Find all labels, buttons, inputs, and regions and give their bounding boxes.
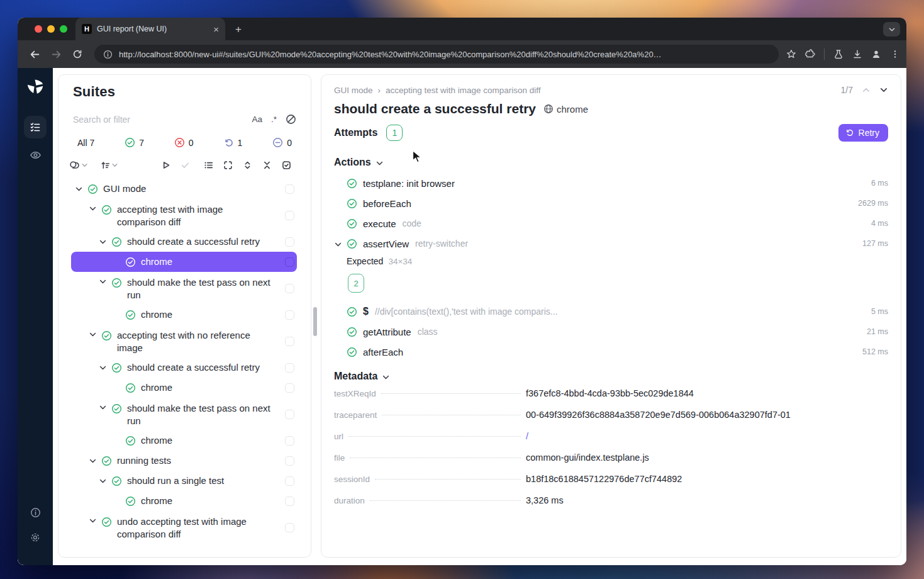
row-checkbox[interactable] — [285, 257, 294, 267]
row-checkbox[interactable] — [285, 284, 294, 293]
menu-dots-icon[interactable] — [890, 49, 900, 59]
action-row[interactable]: $//div[contains(text(),'test with image … — [334, 301, 888, 322]
profile-icon[interactable] — [871, 49, 881, 59]
sidebar-info-button[interactable] — [24, 501, 47, 524]
filter-skipped[interactable]: 0 — [272, 137, 292, 148]
chevron-down-icon[interactable] — [89, 517, 97, 525]
row-checkbox[interactable] — [285, 363, 294, 373]
chevron-down-icon[interactable] — [89, 330, 97, 339]
filter-all[interactable]: All 7 — [77, 138, 94, 148]
action-row[interactable]: beforeEach2629 ms — [334, 193, 888, 213]
row-checkbox[interactable] — [285, 337, 294, 346]
row-checkbox[interactable] — [285, 211, 294, 220]
row-checkbox[interactable] — [285, 436, 294, 446]
chevron-down-icon[interactable] — [99, 278, 107, 286]
row-checkbox[interactable] — [285, 476, 294, 486]
reload-button[interactable] — [69, 45, 86, 63]
chevron-down-icon[interactable] — [99, 364, 107, 372]
forward-button[interactable] — [47, 45, 65, 63]
action-row[interactable]: executecode4 ms — [334, 213, 888, 233]
tree-row[interactable]: should make the test pass on next run — [71, 398, 297, 430]
focus-selection-button[interactable] — [222, 159, 234, 171]
extensions-icon[interactable] — [805, 49, 815, 59]
row-checkbox[interactable] — [285, 497, 294, 506]
tree-row[interactable]: accepting test with no reference image — [71, 325, 297, 357]
maximize-window-button[interactable] — [60, 25, 67, 33]
metadata-collapse-icon[interactable] — [382, 373, 390, 381]
filter-failed[interactable]: 0 — [174, 137, 194, 148]
row-checkbox[interactable] — [285, 410, 294, 419]
sort-button[interactable] — [99, 159, 120, 171]
group-by-button[interactable] — [68, 159, 89, 171]
chevron-down-icon[interactable] — [334, 239, 347, 249]
row-checkbox[interactable] — [285, 523, 294, 532]
chevron-down-icon[interactable] — [99, 238, 107, 246]
row-checkbox[interactable] — [285, 310, 294, 320]
row-checkbox[interactable] — [285, 184, 294, 194]
action-name: beforeEach — [363, 198, 411, 209]
tab-close-icon[interactable]: × — [213, 25, 219, 34]
chevron-down-icon[interactable] — [89, 205, 97, 213]
chevron-down-icon[interactable] — [99, 477, 107, 485]
bookmark-star-icon[interactable] — [786, 49, 796, 59]
expected-screenshot[interactable]: 2 — [348, 274, 364, 293]
sidebar-item-suites[interactable] — [24, 116, 47, 138]
regex-toggle[interactable]: .* — [271, 115, 277, 124]
next-test-button[interactable] — [879, 86, 888, 94]
tree-row[interactable]: should create a successful retry — [71, 357, 297, 378]
tree-row[interactable]: GUI mode — [71, 179, 297, 199]
filter-passed[interactable]: 7 — [125, 137, 144, 148]
sidebar-settings-button[interactable] — [24, 526, 47, 549]
address-bar[interactable]: http://localhost:8000/new-ui#/suites/GUI… — [94, 45, 779, 64]
select-all-button[interactable] — [281, 159, 292, 171]
tree-row[interactable]: chrome — [71, 378, 297, 398]
actions-collapse-icon[interactable] — [376, 159, 384, 167]
minimize-window-button[interactable] — [47, 25, 55, 33]
search-input[interactable] — [73, 115, 252, 125]
prev-test-button[interactable] — [862, 86, 871, 94]
new-tab-button[interactable]: + — [231, 23, 245, 37]
suites-scrollbar-thumb[interactable] — [313, 307, 317, 336]
tree-row[interactable]: chrome — [71, 491, 297, 511]
run-tests-button[interactable] — [160, 159, 172, 171]
breadcrumb-child[interactable]: accepting test with image comparison dif… — [386, 86, 541, 95]
retry-button[interactable]: Retry — [838, 124, 888, 142]
row-checkbox[interactable] — [285, 456, 294, 466]
breadcrumb-parent[interactable]: GUI mode — [334, 86, 373, 95]
tree-row[interactable]: chrome — [71, 305, 297, 325]
metadata-url-link[interactable]: / — [526, 431, 888, 441]
accept-all-button[interactable] — [179, 159, 191, 171]
tree-row[interactable]: chrome — [71, 430, 297, 451]
tree-row[interactable]: undo accepting test with image compariso… — [71, 511, 297, 544]
chevron-down-icon[interactable] — [75, 185, 83, 193]
tree-row[interactable]: running tests — [71, 451, 297, 471]
tree-row-selected[interactable]: chrome — [71, 252, 297, 272]
site-info-icon[interactable] — [103, 50, 113, 59]
chevron-down-icon[interactable] — [89, 457, 97, 465]
downloads-icon[interactable] — [852, 49, 862, 59]
row-checkbox[interactable] — [285, 383, 294, 393]
tree-row[interactable]: should create a successful retry — [71, 232, 297, 252]
chevron-down-icon[interactable] — [99, 403, 107, 412]
row-checkbox[interactable] — [285, 237, 294, 247]
tree-row[interactable]: should run a single test — [71, 471, 297, 491]
action-row[interactable]: testplane: init browser6 ms — [334, 173, 888, 193]
tree-row[interactable]: accepting test with image comparison dif… — [71, 199, 297, 232]
expand-all-button[interactable] — [242, 159, 253, 171]
view-mode-button[interactable] — [203, 159, 214, 171]
action-row[interactable]: getAttributeclass21 ms — [334, 322, 888, 342]
sidebar-item-visual-checks[interactable] — [24, 143, 47, 166]
tree-row[interactable]: should make the test pass on next run — [71, 272, 297, 305]
collapse-all-button[interactable] — [261, 159, 273, 171]
attempt-badge[interactable]: 1 — [386, 125, 403, 141]
strict-match-toggle-icon[interactable] — [286, 114, 296, 125]
action-row[interactable]: afterEach512 ms — [334, 342, 888, 362]
tab-search-button[interactable] — [883, 22, 900, 37]
back-button[interactable] — [26, 45, 43, 63]
browser-tab[interactable]: H GUI report (New UI) × — [75, 18, 225, 40]
match-case-toggle[interactable]: Aa — [252, 115, 262, 124]
experiments-flask-icon[interactable] — [833, 49, 843, 59]
action-row-expanded[interactable]: assertViewretry-switcher127 ms — [334, 233, 888, 254]
filter-retried[interactable]: 1 — [224, 138, 243, 148]
close-window-button[interactable] — [35, 25, 42, 33]
